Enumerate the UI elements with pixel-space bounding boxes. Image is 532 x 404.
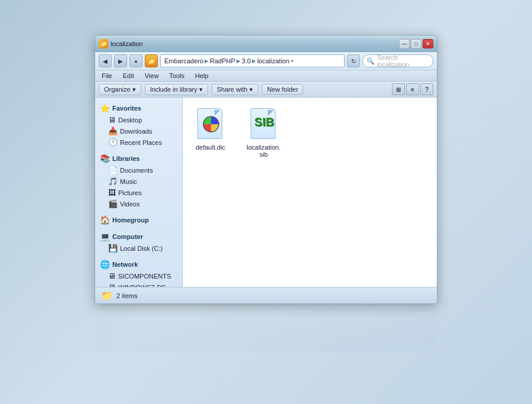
- documents-label: Documents: [120, 167, 153, 174]
- content-area: ⭐ Favorites 🖥 Desktop 📥 Downloads 🕐 Rece…: [95, 98, 437, 287]
- forward-button[interactable]: ▶: [114, 54, 127, 67]
- organize-chevron: ▾: [132, 86, 136, 93]
- folder-icon-btn: 📁: [145, 54, 158, 67]
- breadcrumb-sep-2: ▶: [236, 58, 241, 64]
- desktop-label: Desktop: [118, 117, 142, 124]
- back-button[interactable]: ◀: [99, 54, 112, 67]
- title-controls: — □ ✕: [399, 39, 433, 49]
- computer-icon: 💻: [100, 232, 110, 241]
- share-label: Share with: [217, 86, 248, 93]
- nav-section-homegroup: 🏠 Homegroup: [95, 214, 182, 226]
- computer-header[interactable]: 💻 Computer: [95, 231, 182, 243]
- libraries-icon: 📚: [100, 154, 110, 163]
- menu-tools[interactable]: Tools: [167, 72, 186, 80]
- window-wrapper: 📁 localization — □ ✕ ◀ ▶ ▲ 📁 Embarcadero…: [95, 35, 437, 351]
- pictures-icon: 🖼: [108, 188, 116, 197]
- sib-text: SIB: [254, 115, 274, 128]
- homegroup-label: Homegroup: [112, 216, 149, 224]
- explorer-window: 📁 localization — □ ✕ ◀ ▶ ▲ 📁 Embarcadero…: [95, 35, 437, 304]
- menu-help[interactable]: Help: [193, 72, 210, 80]
- maximize-button[interactable]: □: [411, 39, 421, 49]
- downloads-icon: 📥: [108, 127, 118, 135]
- file-item-sib[interactable]: SIB localization.sib: [243, 105, 284, 160]
- breadcrumb-sep-1: ▶: [205, 58, 209, 64]
- sicomponents-label: SICOMPONENTS: [118, 273, 171, 280]
- view-icons-btn[interactable]: ⊞: [392, 83, 405, 95]
- sidebar-item-pictures[interactable]: 🖼 Pictures: [95, 187, 182, 198]
- share-with-button[interactable]: Share with ▾: [212, 84, 258, 95]
- breadcrumb-radphp: RadPHP: [210, 57, 235, 64]
- sidebar-item-desktop[interactable]: 🖥 Desktop: [95, 114, 182, 125]
- address-path[interactable]: Embarcadero ▶ RadPHP ▶ 3.0 ▶ localizatio…: [160, 54, 345, 67]
- nav-section-network: 🌐 Network 🖥 SICOMPONENTS 🖥 WINDOWS7-PC: [95, 258, 182, 287]
- libraries-header[interactable]: 📚 Libraries: [95, 153, 182, 164]
- videos-icon: 🎬: [108, 199, 118, 208]
- computer-label: Computer: [112, 233, 143, 240]
- recent-icon: 🕐: [108, 138, 118, 147]
- status-text: 2 items: [116, 292, 137, 299]
- toolbar: Organize ▾ Include in library ▾ Share wi…: [95, 82, 437, 98]
- new-folder-button[interactable]: New folder: [262, 84, 304, 95]
- close-button[interactable]: ✕: [423, 39, 433, 49]
- menu-view[interactable]: View: [143, 72, 161, 80]
- title-bar-left: 📁 localization: [99, 39, 399, 49]
- up-button[interactable]: ▲: [129, 54, 142, 67]
- title-bar: 📁 localization — □ ✕: [95, 35, 437, 52]
- music-icon: 🎵: [108, 177, 118, 186]
- nav-section-favorites: ⭐ Favorites 🖥 Desktop 📥 Downloads 🕐 Rece…: [95, 102, 182, 148]
- dic-file-icon: [196, 107, 225, 141]
- sidebar-item-downloads[interactable]: 📥 Downloads: [95, 125, 182, 137]
- homegroup-icon: 🏠: [100, 215, 110, 225]
- nav-section-libraries: 📚 Libraries 📄 Documents 🎵 Music 🖼 Pictur…: [95, 153, 182, 209]
- sidebar-item-videos[interactable]: 🎬 Videos: [95, 198, 182, 209]
- favorites-header[interactable]: ⭐ Favorites: [95, 102, 182, 114]
- include-library-button[interactable]: Include in library ▾: [145, 84, 208, 95]
- sib-file-icon: SIB: [249, 107, 278, 141]
- pictures-label: Pictures: [118, 189, 142, 196]
- local-disk-icon: 💾: [108, 244, 118, 253]
- sidebar-item-music[interactable]: 🎵 Music: [95, 176, 182, 187]
- downloads-label: Downloads: [120, 128, 152, 135]
- nav-section-computer: 💻 Computer 💾 Local Disk (C:): [95, 231, 182, 254]
- breadcrumb: Embarcadero ▶ RadPHP ▶ 3.0 ▶ localizatio…: [164, 57, 294, 64]
- sidebar-item-recent[interactable]: 🕐 Recent Places: [95, 137, 182, 148]
- breadcrumb-localization: localization: [257, 57, 289, 64]
- favorites-icon: ⭐: [100, 104, 110, 113]
- network-icon: 🌐: [100, 260, 110, 269]
- homegroup-header[interactable]: 🏠 Homegroup: [95, 214, 182, 226]
- network-header[interactable]: 🌐 Network: [95, 258, 182, 270]
- menu-file[interactable]: File: [100, 72, 114, 80]
- local-disk-label: Local Disk (C:): [120, 245, 163, 252]
- window-title: localization: [111, 40, 142, 47]
- network-label: Network: [112, 261, 138, 268]
- dic-doc-page: [197, 108, 222, 139]
- status-folder-icon: 📁: [101, 290, 113, 301]
- window-reflection: [95, 304, 437, 351]
- sidebar-item-documents[interactable]: 📄 Documents: [95, 164, 182, 176]
- videos-label: Videos: [120, 201, 140, 208]
- address-bar: ◀ ▶ ▲ 📁 Embarcadero ▶ RadPHP ▶ 3.0 ▶ loc…: [95, 52, 437, 70]
- organize-label: Organize: [104, 86, 131, 93]
- menu-edit[interactable]: Edit: [121, 72, 136, 80]
- breadcrumb-end-chevron: ▾: [291, 58, 294, 64]
- dic-file-label: default.dic: [196, 144, 225, 151]
- status-bar: 📁 2 items: [95, 287, 437, 303]
- desktop-icon: 🖥: [108, 115, 116, 124]
- dic-doc-overlay: [200, 116, 222, 132]
- sidebar-item-local-disk[interactable]: 💾 Local Disk (C:): [95, 243, 182, 254]
- breadcrumb-sep-3: ▶: [252, 58, 256, 64]
- view-list-btn[interactable]: ≡: [406, 83, 419, 95]
- windows7pc-icon: 🖥: [108, 283, 116, 287]
- minimize-button[interactable]: —: [399, 39, 410, 49]
- breadcrumb-embarcadero: Embarcadero: [164, 57, 203, 64]
- refresh-button[interactable]: ↻: [347, 54, 360, 67]
- nav-pane: ⭐ Favorites 🖥 Desktop 📥 Downloads 🕐 Rece…: [95, 98, 183, 287]
- sib-file-label: localization.sib: [245, 144, 282, 158]
- search-box[interactable]: 🔍 Search localization: [362, 54, 433, 67]
- sidebar-item-sicomponents[interactable]: 🖥 SICOMPONENTS: [95, 270, 182, 282]
- file-item-dic[interactable]: default.dic: [190, 105, 231, 160]
- view-details-btn[interactable]: ?: [420, 83, 433, 95]
- new-folder-label: New folder: [267, 86, 299, 93]
- organize-button[interactable]: Organize ▾: [99, 84, 141, 95]
- sidebar-item-windows7pc[interactable]: 🖥 WINDOWS7-PC: [95, 282, 182, 287]
